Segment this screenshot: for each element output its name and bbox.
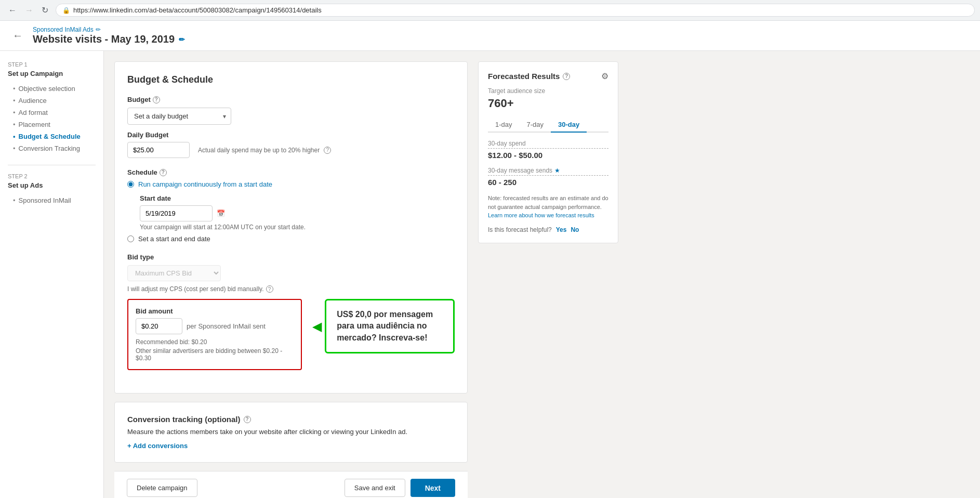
sidebar-step1: Step 1 Set up Campaign Objective selecti… [8, 61, 96, 154]
spend-label: 30-day spend [488, 140, 608, 149]
tab-30day[interactable]: 30-day [551, 117, 587, 133]
lock-icon: 🔒 [62, 7, 70, 14]
footer-bar: Delete campaign Save and exit Next [114, 471, 468, 498]
bid-type-select-row: Maximum CPS Bid [127, 265, 455, 281]
forecast-spend-metric: 30-day spend $12.00 - $50.00 [488, 140, 608, 160]
sends-label: 30-day message sends ★ [488, 167, 608, 176]
time-tabs: 1-day 7-day 30-day [488, 117, 608, 133]
conversion-desc: Measure the actions members take on your… [127, 428, 455, 436]
forecast-helpful: Is this forecast helpful? Yes No [488, 226, 608, 233]
schedule-section: Schedule ? Run campaign continuously fro… [127, 168, 455, 243]
campaign-type-label: Sponsored InMail Ads [33, 26, 94, 33]
forward-button[interactable]: → [22, 4, 36, 16]
tab-7day[interactable]: 7-day [520, 117, 551, 133]
campaign-type-edit-icon[interactable]: ✏ [96, 26, 101, 33]
budget-section: Budget ? Set a daily budget ▾ Daily Budg… [127, 96, 455, 158]
sidebar-item-audience[interactable]: Audience [8, 95, 96, 107]
audience-size-value: 760+ [488, 97, 608, 110]
sidebar: Step 1 Set up Campaign Objective selecti… [0, 51, 104, 498]
campaign-type: Sponsored InMail Ads ✏ [33, 26, 185, 33]
daily-budget-input[interactable] [127, 142, 190, 158]
daily-budget-hint: Actual daily spend may be up to 20% high… [198, 147, 320, 154]
bid-amount-input-row: per Sponsored InMail sent [136, 318, 294, 334]
forecast-title: Forecasted Results ? [488, 72, 570, 81]
header-titles: Sponsored InMail Ads ✏ Website visits - … [33, 26, 185, 45]
sidebar-item-sponsored-inmail[interactable]: Sponsored InMail [8, 194, 96, 206]
bid-manual-help-icon[interactable]: ? [266, 285, 273, 293]
forecast-sends-metric: 30-day message sends ★ 60 - 250 [488, 167, 608, 187]
main-panel: Budget & Schedule Budget ? Set a daily b… [114, 61, 468, 498]
radio-start-end-input[interactable] [127, 235, 134, 242]
helpful-no-button[interactable]: No [571, 226, 579, 233]
conversion-tracking-card: Conversion tracking (optional) ? Measure… [114, 402, 468, 463]
sidebar-item-budget[interactable]: Budget & Schedule [8, 130, 96, 142]
sidebar-item-placement[interactable]: Placement [8, 119, 96, 130]
helpful-yes-button[interactable]: Yes [556, 226, 567, 233]
start-date-section: Start date 📅 Your campaign will start at… [140, 194, 455, 231]
address-bar[interactable]: 🔒 https://www.linkedin.com/ad-beta/accou… [56, 4, 975, 17]
campaign-name-edit-icon[interactable]: ✏ [179, 35, 185, 44]
bid-type-section: Bid type Maximum CPS Bid I will adjust m… [127, 253, 455, 370]
schedule-label: Schedule ? [127, 168, 455, 176]
radio-start-end[interactable]: Set a start and end date [127, 235, 455, 243]
recommended-bid: Recommended bid: $0.20 [136, 338, 294, 346]
helpful-label: Is this forecast helpful? [488, 226, 552, 233]
callout-wrapper: ◀ US$ 20,0 por mensagem para uma audiênc… [312, 299, 455, 353]
save-exit-button[interactable]: Save and exit [345, 479, 405, 497]
reload-button[interactable]: ↻ [38, 4, 51, 16]
daily-budget-help-icon[interactable]: ? [324, 147, 331, 154]
green-callout: US$ 20,0 por mensagem para uma audiência… [325, 299, 455, 353]
sidebar-item-conversion[interactable]: Conversion Tracking [8, 142, 96, 154]
step1-label: Step 1 [8, 61, 96, 68]
footer-right-buttons: Save and exit Next [345, 479, 455, 497]
spend-value: $12.00 - $50.00 [488, 151, 608, 160]
start-date-note: Your campaign will start at 12:00AM UTC … [140, 224, 455, 231]
budget-schedule-card: Budget & Schedule Budget ? Set a daily b… [114, 61, 468, 394]
next-button[interactable]: Next [410, 479, 455, 497]
budget-schedule-title: Budget & Schedule [127, 74, 455, 85]
sidebar-item-objective[interactable]: Objective selection [8, 83, 96, 95]
radio-continuous[interactable]: Run campaign continuously from a start d… [127, 180, 455, 188]
bid-manual-note: I will adjust my CPS (cost per send) bid… [127, 285, 455, 293]
daily-budget-label: Daily Budget [127, 131, 455, 139]
learn-more-link[interactable]: Learn more about how we forecast results [488, 212, 594, 218]
start-date-label: Start date [140, 194, 455, 202]
budget-help-icon[interactable]: ? [153, 96, 160, 103]
sends-value: 60 - 250 [488, 178, 608, 187]
bid-notes: Recommended bid: $0.20 Other similar adv… [136, 338, 294, 362]
forecast-note: Note: forecasted results are an estimate… [488, 194, 608, 220]
conversion-help-icon[interactable]: ? [244, 416, 251, 423]
delete-campaign-button[interactable]: Delete campaign [127, 479, 197, 497]
browser-chrome: ← → ↻ 🔒 https://www.linkedin.com/ad-beta… [0, 0, 980, 21]
back-button[interactable]: ← [10, 28, 25, 44]
right-panel: Forecasted Results ? ⚙ Target audience s… [478, 61, 618, 243]
browser-navigation[interactable]: ← → ↻ [5, 4, 51, 16]
budget-select-wrapper: Set a daily budget ▾ [127, 108, 231, 125]
back-button[interactable]: ← [5, 4, 20, 16]
bid-amount-row: Bid amount per Sponsored InMail sent Rec… [127, 299, 455, 370]
content-area: Budget & Schedule Budget ? Set a daily b… [104, 51, 980, 498]
calendar-icon: 📅 [217, 209, 225, 217]
campaign-name: Website visits - May 19, 2019 ✏ [33, 33, 185, 45]
step1-title: Set up Campaign [8, 70, 96, 77]
url-text: https://www.linkedin.com/ad-beta/account… [73, 6, 968, 14]
sidebar-divider [8, 165, 96, 165]
radio-continuous-input[interactable] [127, 181, 134, 188]
sidebar-item-adformat[interactable]: Ad format [8, 107, 96, 119]
radio-continuous-label: Run campaign continuously from a start d… [138, 180, 272, 188]
campaign-name-text: Website visits - May 19, 2019 [33, 33, 175, 45]
tab-1day[interactable]: 1-day [488, 117, 520, 133]
bid-type-select: Maximum CPS Bid [127, 265, 221, 281]
step2-label: Step 2 [8, 173, 96, 179]
forecast-help-icon[interactable]: ? [563, 73, 570, 80]
schedule-help-icon[interactable]: ? [160, 169, 167, 176]
callout-arrow-icon: ◀ [312, 319, 322, 334]
forecast-gear-icon[interactable]: ⚙ [601, 71, 608, 81]
forecast-header: Forecasted Results ? ⚙ [488, 71, 608, 81]
add-conversions-button[interactable]: + Add conversions [127, 442, 455, 450]
date-input-wrapper: 📅 [140, 205, 455, 221]
bid-amount-input[interactable] [136, 318, 182, 334]
bid-amount-label: Bid amount [136, 307, 294, 315]
start-date-input[interactable] [140, 205, 213, 221]
budget-select[interactable]: Set a daily budget [127, 108, 231, 125]
